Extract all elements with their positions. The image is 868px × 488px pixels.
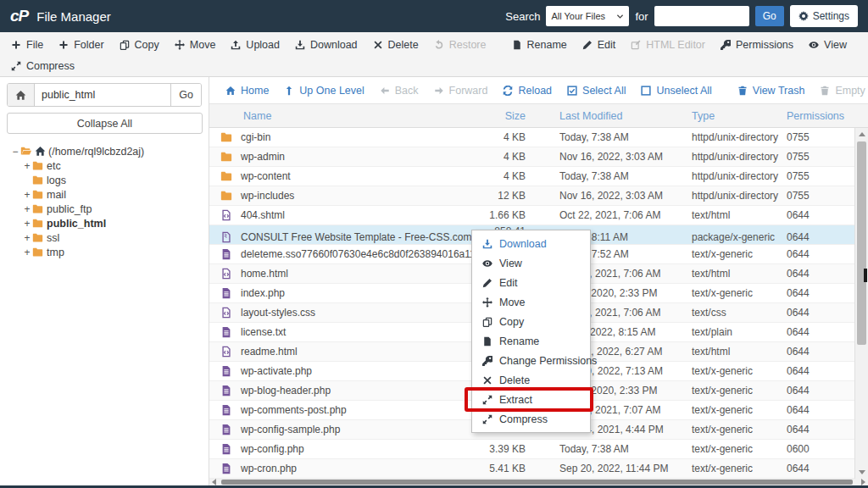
- chevron-down-icon: [616, 13, 624, 20]
- tree-item-public-ftp[interactable]: +public_ftp: [22, 202, 209, 216]
- home-icon: [225, 86, 236, 96]
- tree-root-label: (/home/rql9lcbzd2aj): [48, 146, 144, 158]
- nav-reload[interactable]: Reload: [495, 85, 559, 97]
- table-row[interactable]: wp-config.php3.39 KBToday, 7:38 AMtext/x…: [209, 440, 868, 459]
- context-menu-download[interactable]: Download: [472, 234, 590, 253]
- folder-icon: [32, 203, 43, 214]
- horizontal-scrollbar[interactable]: [209, 479, 868, 485]
- file-code-icon: [220, 268, 232, 280]
- file-lines-icon: [220, 326, 232, 338]
- table-row[interactable]: cgi-bin4 KBToday, 7:38 AMhttpd/unix-dire…: [209, 128, 868, 147]
- edit-button[interactable]: Edit: [575, 39, 624, 51]
- folder-icon: [32, 232, 43, 243]
- file-code-icon: [220, 209, 232, 221]
- context-menu-edit[interactable]: Edit: [472, 273, 590, 292]
- search-input[interactable]: [654, 6, 749, 26]
- settings-button[interactable]: Settings: [790, 5, 858, 27]
- tree-item-tmp[interactable]: +tmp: [22, 245, 209, 259]
- column-permissions[interactable]: Permissions: [787, 110, 854, 122]
- tree-item-etc[interactable]: +etc: [22, 158, 209, 173]
- x-icon: [373, 40, 383, 50]
- context-menu-change-permissions[interactable]: Change Permissions: [472, 351, 590, 370]
- context-menu-move[interactable]: Move: [472, 292, 590, 312]
- delete-button[interactable]: Delete: [365, 39, 426, 51]
- scroll-right-arrow[interactable]: [861, 479, 865, 485]
- extract-icon: [482, 395, 492, 405]
- restore-button: Restore: [426, 39, 494, 51]
- nav-unselect-all[interactable]: Unselect All: [633, 85, 719, 97]
- context-menu-rename[interactable]: Rename: [472, 331, 590, 351]
- key-icon: [721, 40, 731, 50]
- context-menu-extract[interactable]: Extract: [472, 390, 590, 409]
- path-home-button[interactable]: [8, 84, 35, 106]
- view-button[interactable]: View: [801, 39, 854, 51]
- scrollbar-thumb[interactable]: [221, 480, 853, 485]
- column-name[interactable]: Name: [209, 110, 480, 122]
- nav-select-all[interactable]: Select All: [559, 85, 633, 97]
- path-input[interactable]: [35, 84, 170, 106]
- file-lines-icon: [220, 385, 232, 396]
- tree-collapse-toggle[interactable]: −: [10, 146, 20, 158]
- context-menu-copy[interactable]: Copy: [472, 312, 590, 331]
- path-go-button[interactable]: Go: [170, 84, 201, 106]
- folder-button[interactable]: Folder: [51, 39, 111, 51]
- for-label: for: [635, 10, 648, 23]
- search-go-button[interactable]: Go: [755, 6, 784, 26]
- folder-icon: [220, 170, 232, 182]
- column-type[interactable]: Type: [692, 110, 787, 122]
- tree-item-mail[interactable]: +mail: [22, 187, 209, 202]
- nav-home[interactable]: Home: [218, 85, 276, 97]
- table-row[interactable]: wp-includes12 KBNov 16, 2022, 3:03 AMhtt…: [209, 186, 868, 206]
- search-scope-select[interactable]: All Your Files: [546, 6, 629, 26]
- file-icon: [482, 336, 492, 347]
- move-icon: [175, 40, 185, 50]
- restore-icon: [434, 40, 444, 50]
- nav-up-one-level[interactable]: Up One Level: [276, 85, 371, 97]
- folder-icon: [32, 189, 43, 200]
- rename-button[interactable]: Rename: [504, 39, 575, 51]
- download-button[interactable]: Download: [287, 39, 365, 51]
- tree-item-public-html[interactable]: +public_html: [22, 216, 209, 230]
- context-menu-view[interactable]: View: [472, 253, 590, 273]
- table-row[interactable]: wp-cron.php5.41 KBSep 20, 2022, 11:44 PM…: [209, 459, 868, 479]
- square-icon: [641, 86, 651, 96]
- table-row[interactable]: 404.shtml1.66 KBOct 22, 2021, 7:06 AMtex…: [209, 206, 868, 225]
- tree-root[interactable]: − (/home/rql9lcbzd2aj): [10, 144, 209, 158]
- upload-button[interactable]: Upload: [223, 39, 287, 51]
- table-row[interactable]: wp-content4 KBToday, 7:38 AMhttpd/unix-d…: [209, 167, 868, 186]
- tree-item-ssl[interactable]: +ssl: [22, 230, 209, 245]
- scrollbar-thumb[interactable]: [857, 141, 866, 345]
- copy-button[interactable]: Copy: [112, 39, 167, 51]
- nav-empty-trash: Empty Trash: [812, 85, 868, 97]
- permissions-button[interactable]: Permissions: [713, 39, 801, 51]
- scroll-up-arrow[interactable]: [859, 132, 865, 136]
- tree-item-logs[interactable]: logs: [22, 173, 209, 187]
- column-last-modified[interactable]: Last Modified: [556, 110, 692, 122]
- folder-icon: [32, 175, 43, 186]
- column-size[interactable]: Size: [480, 110, 556, 122]
- folder-open-icon: [20, 146, 31, 157]
- context-menu-compress[interactable]: Compress: [472, 409, 590, 429]
- folder-icon: [32, 218, 43, 229]
- move-icon: [482, 297, 492, 308]
- sidebar: Go Collapse All − (/home/rql9lcbzd2aj) +…: [0, 77, 209, 485]
- table-row[interactable]: wp-admin4 KBNov 16, 2022, 3:03 AMhttpd/u…: [209, 147, 868, 167]
- extract-button[interactable]: Extract: [865, 39, 868, 51]
- compress-icon: [11, 61, 21, 71]
- file-lines-icon: [220, 365, 232, 377]
- nav-view-trash[interactable]: View Trash: [730, 85, 813, 97]
- table-header: Name Size Last Modified Type Permissions: [209, 104, 868, 128]
- scroll-left-arrow[interactable]: [212, 479, 216, 485]
- search-scope-value: All Your Files: [551, 11, 605, 21]
- file-lines-icon: [220, 424, 232, 435]
- scroll-down-arrow[interactable]: [859, 470, 865, 474]
- pencil-icon: [582, 40, 593, 50]
- compress-button[interactable]: Compress: [3, 60, 82, 72]
- collapse-all-button[interactable]: Collapse All: [7, 113, 203, 134]
- action-toolbar: File Folder Copy Move Upload Download De…: [0, 32, 868, 77]
- vertical-scrollbar[interactable]: [854, 128, 868, 479]
- file-button[interactable]: File: [3, 39, 51, 51]
- move-button[interactable]: Move: [167, 39, 224, 51]
- context-menu-delete[interactable]: Delete: [472, 370, 590, 390]
- download-icon: [482, 239, 492, 249]
